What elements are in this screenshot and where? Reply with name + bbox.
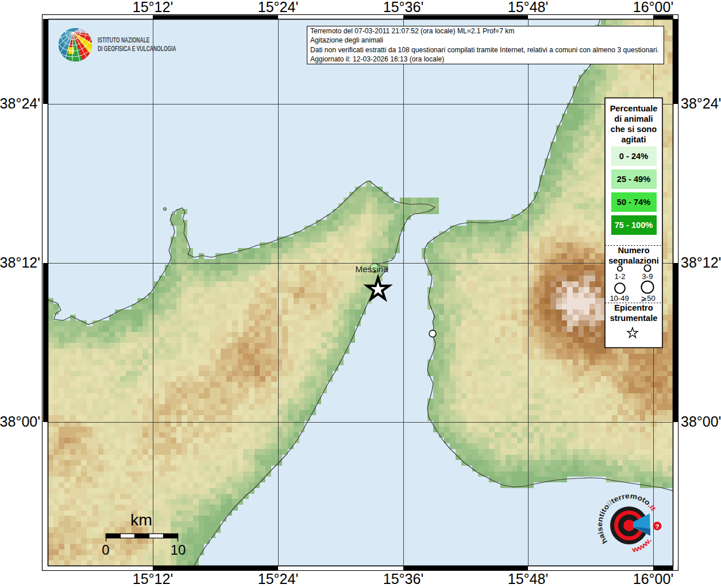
svg-text:15°36': 15°36'	[383, 571, 423, 587]
svg-text:Dati non verificati estratti d: Dati non verificati estratti da 108 ques…	[310, 46, 659, 54]
svg-text:Numero: Numero	[618, 246, 649, 255]
svg-text:Epicentro: Epicentro	[614, 303, 653, 312]
svg-text:15°24': 15°24'	[258, 0, 298, 15]
svg-text:15°36': 15°36'	[383, 0, 423, 15]
svg-text:ISTITUTO NAZIONALE: ISTITUTO NAZIONALE	[98, 36, 150, 44]
svg-text:38°24': 38°24'	[681, 95, 721, 111]
svg-text:0 - 24%: 0 - 24%	[619, 152, 648, 161]
svg-text:Messina: Messina	[356, 264, 388, 274]
svg-text:1-2: 1-2	[615, 272, 626, 281]
svg-text:km: km	[130, 510, 152, 529]
svg-text:agitati: agitati	[622, 135, 646, 144]
svg-text:75 - 100%: 75 - 100%	[615, 220, 653, 230]
svg-text:15°48': 15°48'	[508, 0, 548, 15]
svg-text:16°00': 16°00'	[633, 0, 673, 15]
svg-text:38°12': 38°12'	[681, 254, 721, 270]
svg-text:38°12': 38°12'	[0, 254, 40, 270]
svg-text:?: ?	[655, 523, 659, 530]
svg-text:10-49: 10-49	[610, 294, 629, 303]
svg-text:38°24': 38°24'	[0, 95, 40, 111]
svg-text:Agitazione degli animali: Agitazione degli animali	[310, 36, 383, 44]
svg-text:strumentale: strumentale	[610, 314, 658, 323]
svg-text:25 - 49%: 25 - 49%	[617, 175, 650, 184]
svg-text:15°12': 15°12'	[133, 0, 173, 15]
svg-text:3-9: 3-9	[642, 272, 653, 281]
svg-text:Aggiornato il: 12-03-2026 16:1: Aggiornato il: 12-03-2026 16:13 (ora loc…	[310, 55, 444, 63]
svg-text:segnalazioni: segnalazioni	[608, 256, 659, 265]
svg-text:che si sono: che si sono	[611, 125, 657, 134]
svg-text:⩾50: ⩾50	[641, 294, 655, 303]
svg-text:15°24': 15°24'	[258, 571, 298, 587]
svg-text:50 - 74%: 50 - 74%	[617, 198, 650, 207]
svg-text:38°00': 38°00'	[0, 413, 40, 430]
svg-text:15°48': 15°48'	[508, 571, 548, 587]
svg-text:10: 10	[171, 542, 186, 558]
svg-text:16°00': 16°00'	[633, 571, 673, 587]
svg-text:38°00': 38°00'	[681, 413, 721, 430]
svg-text:di animali: di animali	[614, 114, 653, 123]
svg-text:DI GEOFISICA E VULCANOLOGIA: DI GEOFISICA E VULCANOLOGIA	[98, 44, 176, 52]
svg-text:0: 0	[102, 542, 109, 558]
svg-text:Terremoto del 07-03-2011 21:07: Terremoto del 07-03-2011 21:07:52 (ora l…	[310, 27, 514, 35]
svg-text:15°12': 15°12'	[133, 571, 173, 587]
svg-text:Percentuale: Percentuale	[610, 104, 658, 113]
